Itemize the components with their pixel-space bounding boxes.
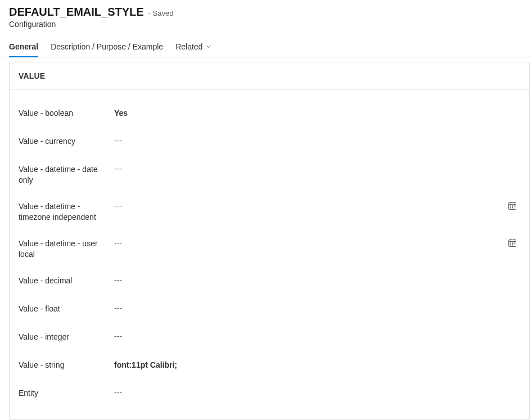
field-control[interactable]: ---	[114, 136, 520, 145]
field-label: Value - datetime - user local	[19, 238, 114, 260]
save-status: - Saved	[148, 9, 174, 17]
svg-rect-5	[512, 206, 513, 207]
field-control[interactable]: ---	[114, 276, 520, 284]
field-row: Value - datetime - date only---	[19, 156, 520, 193]
svg-rect-17	[512, 245, 513, 246]
field-placeholder: ---	[114, 304, 122, 313]
field-row: Value - booleanYes	[19, 100, 520, 128]
field-control[interactable]: ---	[114, 238, 520, 247]
field-control[interactable]: ---	[114, 201, 520, 210]
field-row: Value - datetime - user local---	[19, 231, 520, 268]
field-placeholder: ---	[114, 164, 122, 173]
entity-type-label: Configuration	[9, 20, 523, 29]
value-section-body: Value - booleanYesValue - currency---Val…	[10, 90, 529, 419]
field-row: Value - decimal---	[19, 268, 520, 296]
field-control[interactable]: ---	[114, 164, 520, 173]
field-label: Entity	[19, 388, 114, 399]
value-section-header: VALUE	[10, 62, 529, 90]
chevron-down-icon	[206, 44, 211, 49]
field-label: Value - decimal	[19, 276, 114, 286]
field-placeholder: ---	[114, 276, 122, 284]
field-label: Value - datetime - date only	[19, 164, 114, 186]
svg-rect-14	[512, 243, 513, 244]
calendar-icon[interactable]	[508, 201, 517, 210]
record-header: DEFAULT_EMAIL_STYLE - Saved Configuratio…	[0, 0, 532, 32]
field-row: Value - integer---	[19, 324, 520, 352]
field-row: Value - stringfont:11pt Calibri;	[19, 352, 520, 380]
calendar-icon[interactable]	[508, 238, 517, 247]
field-control[interactable]: ---	[114, 388, 520, 397]
field-placeholder: ---	[114, 388, 122, 397]
field-placeholder: ---	[114, 238, 122, 247]
field-value: font:11pt Calibri;	[114, 360, 177, 371]
field-row: Value - datetime - timezone independent-…	[19, 193, 520, 231]
field-row: Entity---	[19, 380, 520, 408]
svg-rect-13	[510, 243, 511, 244]
tab-description[interactable]: Description / Purpose / Example	[51, 42, 163, 57]
field-row: Value - float---	[19, 296, 520, 324]
field-placeholder: ---	[114, 136, 122, 145]
field-control[interactable]: ---	[114, 304, 520, 313]
tab-related[interactable]: Related	[175, 42, 211, 57]
field-control[interactable]: font:11pt Calibri;	[114, 360, 520, 371]
field-label: Value - string	[19, 360, 114, 371]
field-label: Value - boolean	[19, 108, 114, 119]
field-control[interactable]: ---	[114, 332, 520, 341]
record-title: DEFAULT_EMAIL_STYLE	[9, 6, 144, 19]
svg-rect-6	[514, 206, 515, 207]
value-section: VALUE Value - booleanYesValue - currency…	[9, 62, 530, 420]
tab-general[interactable]: General	[9, 42, 38, 57]
tab-description-label: Description / Purpose / Example	[51, 42, 163, 51]
field-label: Value - currency	[19, 136, 114, 147]
field-value: Yes	[114, 108, 128, 119]
value-section-title: VALUE	[19, 71, 520, 80]
form-tabs: General Description / Purpose / Example …	[0, 32, 532, 57]
svg-rect-15	[514, 243, 515, 244]
field-label: Value - datetime - timezone independent	[19, 201, 114, 223]
field-placeholder: ---	[114, 201, 122, 210]
field-control[interactable]: Yes	[114, 108, 520, 119]
svg-rect-8	[512, 207, 513, 209]
tab-related-label: Related	[175, 42, 202, 51]
svg-rect-7	[510, 207, 511, 209]
field-placeholder: ---	[114, 332, 122, 341]
svg-rect-4	[510, 206, 511, 207]
svg-rect-16	[510, 245, 511, 246]
field-row: Value - currency---	[19, 128, 520, 156]
tab-general-label: General	[9, 42, 38, 51]
field-label: Value - float	[19, 304, 114, 314]
field-label: Value - integer	[19, 332, 114, 342]
